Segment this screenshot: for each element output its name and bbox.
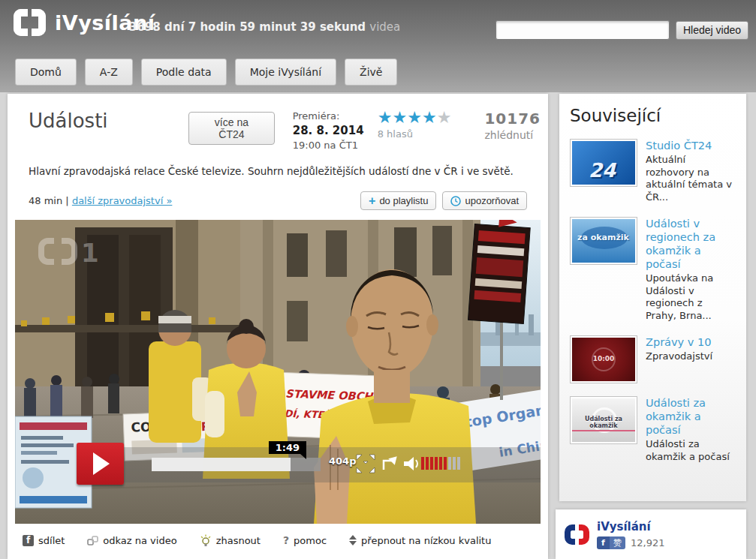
premiere-time: 19:00 na ČT1 (293, 140, 358, 151)
fullscreen-icon[interactable] (355, 453, 376, 474)
volume-level-bars[interactable] (421, 457, 460, 470)
premiere-date: 28. 8. 2014 (293, 124, 364, 137)
like-count: 12,921 (631, 537, 665, 548)
nav-tab-domu[interactable]: Domů (15, 59, 77, 86)
video-hours-stats: 3698 dní 7 hodin 59 minut 39 sekund vide… (129, 20, 400, 34)
ct-logo-icon (14, 9, 46, 36)
search-button[interactable]: Hledej video (676, 21, 748, 40)
popup-player-icon[interactable] (381, 452, 399, 471)
nav-tab-zive[interactable]: Živě (345, 59, 397, 86)
related-title[interactable]: Studio ČT24 (646, 139, 736, 152)
notify-button[interactable]: upozorňovat (442, 191, 527, 210)
search-area: Hledej video (495, 20, 748, 40)
title-row: Události více na ČT24 Premiéra: 28. 8. 2… (15, 94, 541, 152)
quality-label[interactable]: 404p (329, 455, 356, 467)
related-item-udalosti-za-okamzik[interactable]: Události za okamžik Události za okamžik … (570, 396, 736, 464)
related-title[interactable]: Události za okamžik a počasí (646, 396, 736, 437)
quality-switch-action[interactable]: přepnout na nízkou kvalitu (349, 535, 491, 546)
related-desc: Události za okamžik a počasí (646, 438, 736, 463)
time-tooltip: 1:49 (269, 441, 306, 454)
views-label: zhlédnutí (484, 129, 533, 141)
help-action[interactable]: ? pomoc (283, 534, 327, 546)
views-count: 10176 (484, 110, 541, 128)
main-content: Události více na ČT24 Premiéra: 28. 8. 2… (8, 94, 548, 559)
search-input[interactable] (495, 20, 670, 40)
nav-tab-moje-ivysilani[interactable]: Moje iVysílání (235, 59, 336, 86)
related-desc: Upoutávka na Události v regionech z Prah… (646, 272, 736, 323)
add-to-playlist-button[interactable]: + do playlistu (360, 191, 436, 210)
related-title[interactable]: Události v regionech za okamžik a počasí (646, 217, 736, 272)
facebook-widget: iVysílání f 赞 12,921 (556, 509, 746, 559)
plus-icon: + (369, 197, 375, 205)
sidebar-title: Související (570, 106, 736, 125)
related-item-studio-ct24[interactable]: 24 Studio ČT24 Aktuální rozhovory na akt… (570, 139, 736, 204)
premiere-info: Premiéra: 28. 8. 2014 19:00 na ČT1 (293, 110, 381, 152)
thumbnail: 10:00 (570, 335, 637, 383)
video-actions-bar: f sdílet odkaz na video zhasnout ? pomoc (15, 524, 541, 557)
site-header: iVysílání 3698 dní 7 hodin 59 minut 39 s… (0, 0, 756, 92)
play-button[interactable] (77, 443, 124, 485)
show-description: Hlavní zpravodajská relace České televiz… (29, 165, 541, 177)
link-icon (87, 535, 98, 546)
more-on-ct24-button[interactable]: více na ČT24 (188, 112, 275, 145)
page-title: Události (29, 110, 188, 132)
nav-tab-podle-data[interactable]: Podle data (141, 59, 227, 86)
duration-label: 48 min (29, 195, 62, 206)
related-item-udalosti-v-regionech[interactable]: za okamžik Události v regionech za okamž… (570, 217, 736, 323)
quality-toggle-icon (349, 535, 357, 545)
lights-off-action[interactable]: zhasnout (200, 534, 261, 547)
views-block: 10176 zhlédnutí (484, 110, 541, 142)
ct-logo-color-icon (565, 524, 589, 545)
share-facebook-action[interactable]: f sdílet (23, 535, 65, 546)
main-nav: Domů A-Z Podle data Moje iVysílání Živě (15, 59, 397, 86)
star-rating[interactable]: ★★★★★ (378, 110, 489, 126)
fb-brand-title: iVysílání (597, 520, 665, 533)
votes-count: 8 hlasů (378, 128, 489, 140)
related-sidebar: Související 24 Studio ČT24 Aktuální rozh… (559, 94, 746, 501)
lightbulb-icon (200, 534, 212, 547)
seek-bar-progress (152, 458, 291, 471)
meta-row: 48 min | další zpravodajství » + do play… (29, 191, 527, 210)
facebook-like-button[interactable]: f 赞 (597, 536, 625, 549)
facebook-share-icon: f (23, 535, 34, 546)
related-title[interactable]: Zprávy v 10 (646, 335, 712, 349)
thumbnail: Události za okamžik (570, 396, 637, 444)
svg-text:1: 1 (81, 238, 99, 268)
question-icon: ? (283, 534, 289, 546)
volume-icon[interactable] (402, 455, 420, 473)
rating-block: ★★★★★ 8 hlasů (378, 110, 489, 140)
video-player[interactable]: CO SE RUDO ZASTAVME OBCHOD LIDÍ, KTEŘÍ J… (15, 220, 541, 524)
related-desc: Zpravodajství (646, 350, 712, 363)
seek-bar[interactable] (152, 458, 321, 471)
thumbnail: 24 (570, 139, 637, 187)
thumbnail: za okamžik (570, 217, 637, 265)
nav-tab-az[interactable]: A-Z (85, 59, 133, 86)
video-link-action[interactable]: odkaz na video (87, 535, 176, 546)
more-news-link[interactable]: další zpravodajství » (72, 195, 172, 206)
clock-icon (450, 196, 461, 206)
related-item-zpravy-v-10[interactable]: 10:00 Zprávy v 10 Zpravodajství (570, 335, 736, 383)
related-desc: Aktuální rozhovory na aktuální témata v … (646, 154, 736, 204)
facebook-icon: f (597, 536, 610, 549)
